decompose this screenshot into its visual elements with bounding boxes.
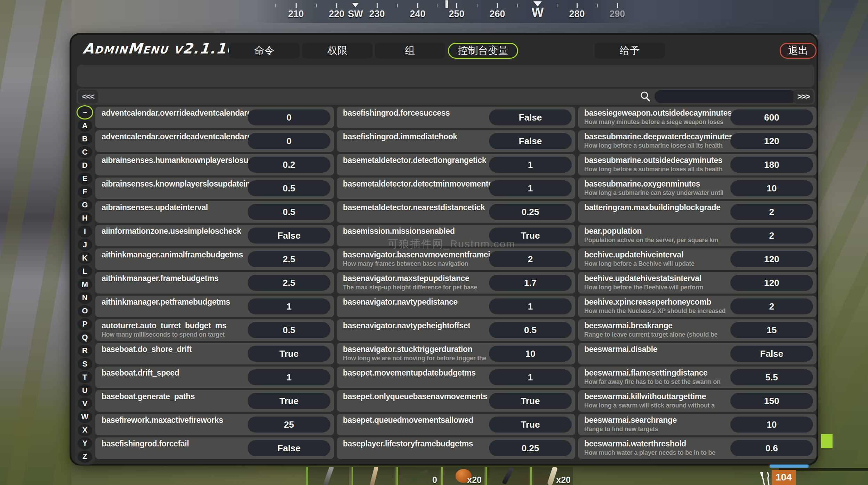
- convar-value-field[interactable]: 1: [248, 369, 330, 385]
- convar-value-field[interactable]: 2: [730, 228, 813, 244]
- background-rocks-grass: [817, 0, 868, 485]
- convar-value-field[interactable]: 150: [730, 393, 813, 409]
- convar-value-field[interactable]: 120: [730, 133, 813, 149]
- convar-name: adventcalendar.overrideadventcalendarday: [102, 108, 249, 118]
- alphabet-filter-K[interactable]: K: [78, 252, 92, 264]
- convar-column-1: adventcalendar.overrideadventcalendarday…: [95, 107, 334, 461]
- convar-value-field[interactable]: 0.5: [248, 204, 330, 220]
- convar-value-field[interactable]: 1: [489, 157, 572, 173]
- alphabet-filter-Y[interactable]: Y: [78, 437, 92, 450]
- alphabet-filter-~[interactable]: ~: [78, 106, 92, 118]
- alphabet-filter-O[interactable]: O: [78, 305, 92, 317]
- alphabet-filter-U[interactable]: U: [78, 384, 92, 396]
- convar-value-field[interactable]: False: [489, 109, 572, 125]
- alphabet-filter-R[interactable]: R: [78, 345, 92, 357]
- convar-value-field[interactable]: 120: [730, 251, 813, 267]
- convar-value-field[interactable]: 2.5: [248, 251, 330, 267]
- convar-value-field[interactable]: 1: [489, 180, 572, 196]
- convar-value-field[interactable]: 0.5: [489, 322, 572, 338]
- alphabet-filter-M[interactable]: M: [78, 278, 92, 290]
- hotbar-slot-6[interactable]: x20: [530, 467, 573, 485]
- alphabet-filter-H[interactable]: H: [78, 212, 92, 224]
- convar-value-field[interactable]: 600: [730, 109, 813, 125]
- hotbar-slot-5[interactable]: [485, 467, 529, 485]
- tab-1[interactable]: 命令: [229, 43, 299, 59]
- compass-heading-label: 230: [361, 9, 393, 19]
- alphabet-filter-N[interactable]: N: [78, 292, 92, 304]
- alphabet-filter-W[interactable]: W: [78, 411, 92, 423]
- alphabet-filter-T[interactable]: T: [78, 371, 92, 383]
- convar-name: adventcalendar.overrideadventcalendarmo: [102, 132, 249, 141]
- alphabet-filter-G[interactable]: G: [78, 199, 92, 211]
- convar-value-field[interactable]: 180: [730, 157, 813, 173]
- convar-value-field[interactable]: 2.5: [248, 275, 330, 291]
- convar-value-field[interactable]: 10: [489, 346, 572, 362]
- convar-value-field[interactable]: 2: [730, 298, 813, 314]
- tab-3[interactable]: 组: [375, 43, 445, 59]
- hotbar-slot-1[interactable]: [306, 467, 349, 485]
- convar-value-field[interactable]: True: [489, 417, 572, 433]
- convar-value-field[interactable]: False: [248, 440, 330, 456]
- convar-value-field[interactable]: 5.5: [730, 369, 813, 385]
- convar-value-field[interactable]: 10: [730, 180, 813, 196]
- convar-value-field[interactable]: 0.6: [730, 440, 813, 456]
- convar-value-field[interactable]: True: [489, 393, 572, 409]
- convar-value-field[interactable]: 2: [489, 251, 572, 267]
- alphabet-filter-V[interactable]: V: [78, 397, 92, 410]
- alphabet-filter-C[interactable]: C: [78, 146, 92, 158]
- convar-value-field[interactable]: 10: [730, 417, 813, 433]
- convar-value-field[interactable]: 0: [248, 109, 330, 125]
- convar-value-field[interactable]: 0.2: [248, 157, 330, 173]
- convar-value-field[interactable]: 120: [730, 275, 813, 291]
- alphabet-filter-S[interactable]: S: [78, 358, 92, 370]
- tab-2[interactable]: 权限: [302, 43, 372, 59]
- convar-value-field[interactable]: 0: [248, 133, 330, 149]
- convar-description: How much water a player needs to be in t…: [584, 449, 715, 457]
- command-input[interactable]: [77, 64, 815, 87]
- convar-value-field[interactable]: 25: [248, 417, 330, 433]
- convar-value-field[interactable]: False: [730, 346, 813, 362]
- alphabet-filter-D[interactable]: D: [78, 159, 92, 171]
- convar-name: baseboat.drift_speed: [102, 368, 179, 378]
- search-input[interactable]: [654, 90, 796, 103]
- convar-value-field[interactable]: 1: [489, 298, 572, 314]
- tab-4[interactable]: 控制台变量: [448, 43, 518, 59]
- convar-value-field[interactable]: 1: [489, 369, 572, 385]
- search-icon: [639, 90, 652, 103]
- convar-value-field[interactable]: 1: [248, 298, 330, 314]
- alphabet-filter-X[interactable]: X: [78, 424, 92, 436]
- alphabet-filter-J[interactable]: J: [78, 239, 92, 251]
- calories-badge: 104: [772, 470, 796, 485]
- convar-value-field[interactable]: 15: [730, 322, 813, 338]
- convar-value-field[interactable]: 0.25: [489, 440, 572, 456]
- alphabet-filter-I[interactable]: I: [78, 225, 92, 238]
- compass-bar: 210220SW230240250260W280290: [0, 0, 868, 23]
- alphabet-filter-Q[interactable]: Q: [78, 331, 92, 344]
- convar-value-field[interactable]: False: [489, 133, 572, 149]
- prev-page-button[interactable]: <<<: [78, 90, 98, 104]
- convar-value-field[interactable]: 0.5: [248, 322, 330, 338]
- alphabet-filter-E[interactable]: E: [78, 173, 92, 185]
- convar-value-field[interactable]: True: [248, 393, 330, 409]
- exit-button[interactable]: 退出: [780, 43, 817, 59]
- convar-name: basesubmarine.deepwaterdecayminutes: [584, 132, 732, 141]
- hotbar-slot-2[interactable]: [352, 467, 395, 485]
- compass-heading-label: W: [522, 5, 553, 20]
- alphabet-filter-P[interactable]: P: [78, 318, 92, 330]
- alphabet-filter-A[interactable]: A: [78, 120, 92, 132]
- convar-value-field[interactable]: 0.25: [489, 204, 572, 220]
- alphabet-filter-Z[interactable]: Z: [78, 451, 92, 463]
- alphabet-filter-L[interactable]: L: [78, 265, 92, 277]
- convar-value-field[interactable]: False: [248, 228, 330, 244]
- next-page-button[interactable]: >>>: [793, 90, 813, 104]
- hotbar-slot-4[interactable]: x20: [441, 467, 484, 485]
- convar-value-field[interactable]: 2: [730, 204, 813, 220]
- alphabet-filter-B[interactable]: B: [78, 133, 92, 145]
- alphabet-filter-F[interactable]: F: [78, 186, 92, 198]
- hotbar-slot-3[interactable]: 0: [396, 467, 440, 485]
- convar-value-field[interactable]: 0.5: [248, 180, 330, 196]
- convar-value-field[interactable]: 1.7: [489, 275, 572, 291]
- convar-value-field[interactable]: True: [248, 346, 330, 362]
- compass-heading-label: 210: [280, 9, 312, 19]
- tab-5[interactable]: 给予: [595, 43, 665, 59]
